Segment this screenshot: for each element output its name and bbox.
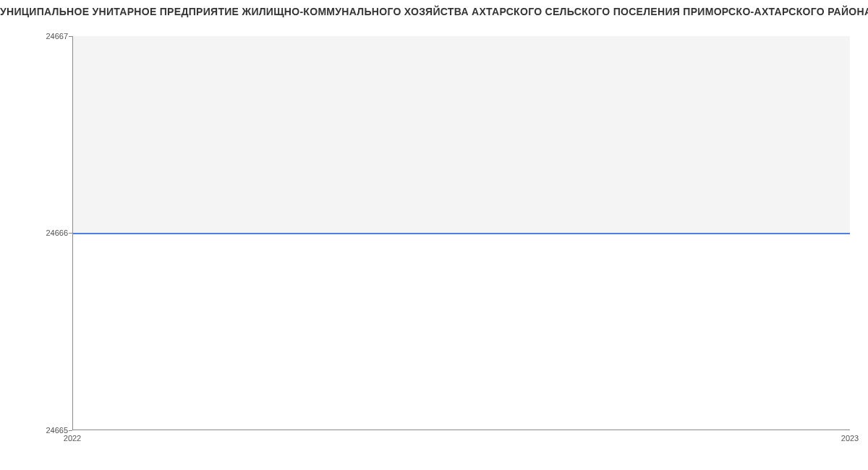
grid-band: [73, 36, 850, 233]
y-tick-mark: [69, 430, 72, 431]
x-tick-label: 2023: [841, 434, 859, 443]
x-tick-label: 2022: [64, 434, 81, 443]
chart-title: УНИЦИПАЛЬНОЕ УНИТАРНОЕ ПРЕДПРИЯТИЕ ЖИЛИЩ…: [0, 0, 868, 22]
plot-area: [72, 36, 850, 430]
chart-container: УНИЦИПАЛЬНОЕ УНИТАРНОЕ ПРЕДПРИЯТИЕ ЖИЛИЩ…: [0, 0, 868, 470]
y-tick-label: 24666: [46, 228, 68, 237]
y-tick-label: 24667: [46, 32, 68, 40]
data-line-series: [73, 233, 850, 234]
